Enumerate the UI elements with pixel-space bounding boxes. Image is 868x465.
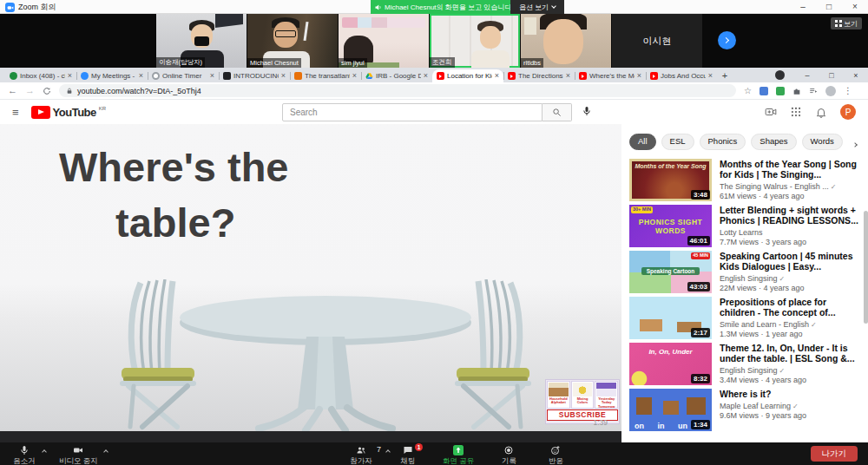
video-thumbnail[interactable]: 45 MIN Speaking Cartoon 43:03 <box>629 251 712 293</box>
browser-tab[interactable]: Online Timer× <box>148 69 219 82</box>
video-player[interactable]: Where's the table? <box>0 124 621 442</box>
browser-menu-icon[interactable]: ⋮ <box>844 86 852 95</box>
browser-tab-active[interactable]: Location for Kids -× <box>432 69 503 82</box>
browser-tab[interactable]: The transatlantic× <box>290 69 361 82</box>
tab-close-icon[interactable]: × <box>210 72 214 80</box>
video-recommendation[interactable]: 2:17 Prepositions of place for children … <box>629 297 864 339</box>
endcard-video-card[interactable]: Yesterday Today Tomorrow <box>595 381 618 409</box>
chevron-up-icon[interactable] <box>103 449 108 455</box>
extension-icon[interactable] <box>776 87 785 95</box>
video-thumbnail[interactable]: 30+ MIN PHONICS SIGHT WORDS 46:01 <box>629 205 712 247</box>
playlist-icon[interactable] <box>809 87 818 95</box>
filter-chip-all[interactable]: All <box>629 134 656 150</box>
video-recommendation[interactable]: 30+ MIN PHONICS SIGHT WORDS 46:01 Letter… <box>629 205 864 247</box>
filter-chip[interactable]: Shapes <box>751 134 796 150</box>
search-input[interactable] <box>282 103 542 121</box>
tab-close-icon[interactable]: × <box>68 72 72 80</box>
video-thumbnail[interactable]: 2:17 <box>629 297 712 339</box>
chevron-up-icon[interactable] <box>42 449 47 455</box>
omnibox[interactable]: youtube.com/watch?v=DtA-_5oThj4 <box>59 84 736 97</box>
thumbnail-badge: 45 MIN <box>691 252 710 259</box>
new-tab-button[interactable]: + <box>717 69 733 82</box>
screen-share-banner: Michael Chesnut의 화면을 보고 있습니다. <box>371 0 510 14</box>
chat-badge: 1 <box>415 443 423 451</box>
reload-button[interactable] <box>43 87 51 95</box>
youtube-logo[interactable]: YouTube KR <box>31 105 107 120</box>
page-scrollbar[interactable] <box>864 211 868 324</box>
maximize-button[interactable]: □ <box>816 0 842 14</box>
filter-chip[interactable]: ESL <box>661 134 694 150</box>
zoom-titlebar: Zoom 회의 Michael Chesnut의 화면을 보고 있습니다. 옵션… <box>0 0 868 14</box>
tab-close-icon[interactable]: × <box>424 72 428 80</box>
create-video-icon[interactable] <box>765 106 777 118</box>
back-button[interactable]: ← <box>8 86 17 95</box>
view-options-button[interactable]: 옵션 보기 <box>510 0 564 14</box>
voice-search-mic-icon[interactable] <box>582 104 592 120</box>
video-meta: 1.3M views · 1 year ago <box>720 330 862 338</box>
video-thumbnail[interactable]: on in un 1:34 <box>629 389 712 431</box>
forward-button[interactable]: → <box>25 86 35 95</box>
endcard-video-card[interactable]: Household Alphabet <box>547 381 570 409</box>
video-meta: 22M views · 4 years ago <box>720 284 862 292</box>
video-recommendation[interactable]: In, On, Under 8:32 Theme 12. In, On, Und… <box>629 343 864 385</box>
user-avatar[interactable]: P <box>840 104 856 120</box>
participants-button[interactable]: 7 참가자 <box>349 442 373 465</box>
tab-close-icon[interactable]: × <box>139 72 143 80</box>
endcard-video-card[interactable]: Mixing Colors <box>571 381 595 409</box>
speaker-icon <box>374 3 382 11</box>
next-participants-button[interactable] <box>718 31 736 49</box>
browser-tab[interactable]: My Meetings - Zoo× <box>76 69 148 82</box>
minimize-button[interactable]: – <box>795 71 819 80</box>
bookmark-star-icon[interactable]: ☆ <box>744 86 752 95</box>
close-button[interactable]: × <box>842 0 868 14</box>
minimize-button[interactable]: – <box>790 0 816 14</box>
tab-close-icon[interactable]: × <box>495 72 499 80</box>
extension-icon[interactable] <box>760 87 768 95</box>
view-mode-button[interactable]: 보기 <box>831 17 862 29</box>
youtube-favicon-icon <box>508 72 516 80</box>
video-thumbnail[interactable]: In, On, Under 8:32 <box>629 343 712 385</box>
close-button[interactable]: × <box>844 71 868 80</box>
leave-button[interactable]: 나가기 <box>811 446 858 462</box>
notifications-bell-icon[interactable] <box>815 106 827 118</box>
tab-close-icon[interactable]: × <box>637 72 641 80</box>
slide-title-line1: Where's the <box>59 147 289 187</box>
browser-tab[interactable]: Jobs And Occupati× <box>646 69 717 82</box>
video-recommendation[interactable]: 45 MIN Speaking Cartoon 43:03 Speaking C… <box>629 251 864 293</box>
chips-scroll-right-icon[interactable] <box>853 134 857 150</box>
browser-tab[interactable]: Inbox (408) - chesn× <box>5 69 76 82</box>
browser-tab[interactable]: The Directions Son× <box>503 69 575 82</box>
tab-close-icon[interactable]: × <box>281 72 286 80</box>
tab-close-icon[interactable]: × <box>708 72 713 80</box>
participant-strip: 이승재(담당자) Michael Chesnut sim jiyul 조건희 r… <box>0 14 868 68</box>
filter-chip[interactable]: Words <box>802 134 843 150</box>
participant-name: Michael Chesnut <box>247 58 301 68</box>
share-screen-button[interactable]: 화면 공유 <box>443 442 474 465</box>
browser-tab[interactable]: IRB - Google Driv× <box>361 69 432 82</box>
filter-chip[interactable]: Phonics <box>700 134 746 150</box>
apps-grid-icon[interactable] <box>790 106 802 118</box>
tab-close-icon[interactable]: × <box>566 72 570 80</box>
search-button[interactable] <box>542 103 572 121</box>
video-recommendation[interactable]: Months of the Year Song 3:48 Months of t… <box>629 159 864 201</box>
extensions-puzzle-icon[interactable] <box>792 87 801 95</box>
profile-circle-icon[interactable] <box>775 70 785 80</box>
video-title: Where is it? <box>720 389 862 399</box>
subscribe-endcard[interactable]: Household Alphabet Mixing Colors Yesterd… <box>545 379 620 424</box>
video-thumbnail[interactable]: Months of the Year Song 3:48 <box>629 159 712 201</box>
record-button[interactable]: 기록 <box>496 442 521 465</box>
reactions-button[interactable]: 반응 <box>543 442 568 465</box>
chat-button[interactable]: 1 채팅 <box>396 442 420 465</box>
hamburger-menu-icon[interactable]: ≡ <box>12 106 19 119</box>
stop-video-button[interactable]: 비디오 중지 <box>59 442 98 465</box>
channel-name: Lotty Learns <box>720 228 862 237</box>
chevron-up-icon[interactable] <box>385 449 391 455</box>
mute-button[interactable]: 음소거 <box>12 442 36 465</box>
browser-tab[interactable]: Where's the Monk× <box>575 69 646 82</box>
browser-tab[interactable]: INTRODUCING CU× <box>219 69 290 82</box>
video-recommendation[interactable]: on in un 1:34 Where is it? Maple Leaf Le… <box>629 389 864 431</box>
tab-close-icon[interactable]: × <box>352 72 357 80</box>
browser-profile-avatar[interactable] <box>825 86 836 96</box>
chevron-down-icon <box>551 3 556 9</box>
maximize-button[interactable]: □ <box>819 71 844 80</box>
